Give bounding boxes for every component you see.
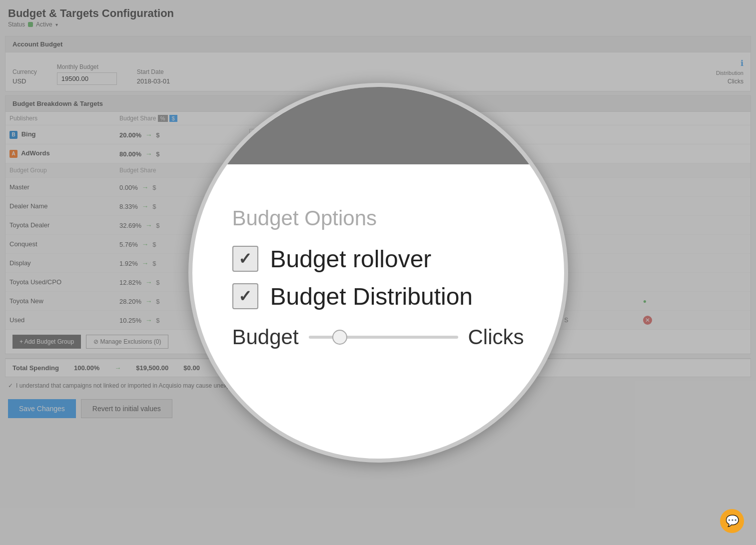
modal-content: Budget Options Budget rollover Budget Di… [232,206,524,349]
budget-distribution-row: Budget Distribution [232,283,524,310]
page-wrapper: Budget & Targets Configuration Status Ac… [0,0,756,545]
modal-top-strip [192,87,564,164]
modal-overlay: Budget Options Budget rollover Budget Di… [0,0,756,545]
slider-track[interactable] [309,336,458,339]
slider-left-label: Budget [232,325,299,349]
budget-rollover-checkbox[interactable] [232,246,258,272]
circle-zoom: Budget Options Budget rollover Budget Di… [188,83,568,463]
chat-icon: 💬 [726,515,739,528]
budget-rollover-row: Budget rollover [232,245,524,273]
slider-row: Budget Clicks [232,325,524,349]
budget-distribution-checkbox[interactable] [232,283,258,309]
modal-title: Budget Options [232,206,524,230]
chat-bubble[interactable]: 💬 [720,509,744,533]
budget-rollover-label: Budget rollover [270,245,432,273]
slider-thumb[interactable] [332,330,347,345]
slider-right-label: Clicks [468,325,524,349]
budget-distribution-label: Budget Distribution [270,283,473,310]
